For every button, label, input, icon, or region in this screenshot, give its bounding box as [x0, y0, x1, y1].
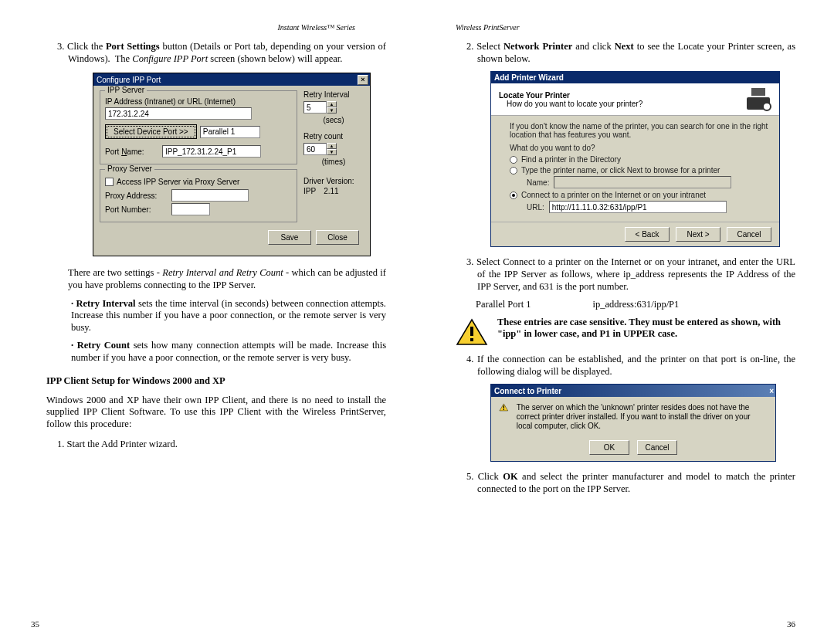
svg-rect-5	[503, 409, 504, 410]
configure-ipp-port-dialog: Configure IPP Port × IPP Server IP Addre…	[93, 73, 371, 256]
proxy-port-label: Port Number:	[105, 205, 171, 214]
dlg1-title: Configure IPP Port	[97, 76, 161, 84]
proxy-server-group: Proxy Server Access IPP Server via Proxy…	[100, 169, 297, 222]
times-label: (times)	[303, 158, 364, 166]
close-icon[interactable]: ×	[769, 387, 774, 395]
url-label: URL:	[527, 203, 544, 212]
retry-interval-bullet: · Retry Interval sets the time interval …	[71, 298, 386, 334]
step-3-right: 3. Select Connect to a printer on the In…	[456, 256, 795, 293]
retry-count-input[interactable]	[303, 143, 327, 155]
add-printer-wizard-dialog: Add Printer Wizard Locate Your Printer H…	[490, 71, 780, 247]
page-left: Instant Wireless™ Series 3. Click the Po…	[0, 0, 417, 644]
spinner-up-icon[interactable]: ▲	[327, 143, 337, 149]
svg-rect-2	[470, 338, 473, 341]
step-3-left: 3. Click the Port Settings button (Detai…	[46, 41, 386, 65]
wizard-hint: If you don't know the name of the printe…	[510, 122, 770, 139]
dlg3-title: Connect to Printer	[494, 387, 561, 395]
wizard-question: What do you want to do?	[510, 144, 770, 152]
retry-interval-label: Retry Interval	[303, 90, 364, 99]
close-button[interactable]: Close	[316, 230, 359, 245]
win2000xp-paragraph: Windows 2000 and XP have their own IPP C…	[46, 395, 386, 431]
page-number-left: 35	[31, 619, 39, 629]
proxy-address-label: Proxy Address:	[105, 192, 171, 200]
header-left: Instant Wireless™ Series	[46, 23, 386, 32]
warning-icon	[456, 318, 488, 346]
locate-printer-sub: How do you want to locate your printer?	[499, 100, 642, 108]
ok-button[interactable]: OK	[589, 440, 629, 455]
warning-row: These entries are case sensitive. They m…	[456, 317, 795, 346]
printer-icon	[745, 88, 771, 111]
close-icon[interactable]: ×	[358, 75, 368, 85]
retry-settings-intro: There are two settings - Retry Interval …	[68, 267, 386, 291]
ipp-label: IPP	[303, 187, 316, 195]
proxy-checkbox[interactable]	[105, 178, 114, 186]
proxy-legend: Proxy Server	[105, 164, 154, 173]
proxy-address-input[interactable]	[171, 189, 249, 202]
opt3-label: Connect to a printer on the Internet or …	[521, 191, 706, 199]
page-right: Wireless PrintServer 2. Select Network P…	[417, 0, 834, 644]
name-label: Name:	[527, 178, 549, 187]
proxy-checkbox-label: Access IPP Server via Proxy Server	[117, 178, 239, 186]
ipp-server-legend: IPP Server	[105, 86, 147, 94]
ipp-client-setup-heading: IPP Client Setup for Windows 2000 and XP	[46, 375, 386, 387]
step-4-right: 4. If the connection can be established,…	[456, 354, 795, 378]
radio-connect-internet[interactable]	[510, 192, 517, 199]
port-name-input[interactable]	[162, 145, 261, 158]
spinner-down-icon[interactable]: ▼	[327, 107, 337, 114]
ip-input[interactable]	[105, 107, 252, 120]
dlg3-message: The server on which the 'unknown' printe…	[517, 403, 768, 431]
spinner-up-icon[interactable]: ▲	[327, 101, 337, 107]
secs-label: (secs)	[303, 116, 364, 124]
dlg2-titlebar: Add Printer Wizard	[491, 72, 779, 83]
svg-rect-1	[470, 327, 473, 336]
driver-version-label: Driver Version:	[303, 177, 364, 185]
ipp-version: 2.11	[324, 187, 338, 195]
opt2-label: Type the printer name, or click Next to …	[521, 166, 720, 175]
connect-to-printer-dialog: Connect to Printer × The server on which…	[490, 384, 776, 462]
warning-text: These entries are case sensitive. They m…	[497, 317, 795, 346]
opt1-label: Find a printer in the Directory	[521, 155, 621, 164]
parallel-port-label: Parallel Port 1	[476, 299, 531, 310]
printer-name-input[interactable]	[554, 176, 731, 188]
dlg1-titlebar: Configure IPP Port ×	[93, 73, 370, 86]
locate-printer-heading: Locate Your Printer	[499, 91, 642, 100]
radio-find-directory[interactable]	[510, 156, 517, 164]
printer-url-input[interactable]	[549, 201, 727, 213]
next-button[interactable]: Next >	[676, 227, 720, 242]
parallel-port-url: ip_address:631/ipp/P1	[593, 299, 680, 310]
retry-interval-input[interactable]	[303, 101, 327, 114]
step-5-right: 5. Click OK and select the printer manuf…	[456, 471, 795, 495]
warning-icon	[499, 403, 509, 422]
header-right: Wireless PrintServer	[456, 23, 795, 32]
spinner-down-icon[interactable]: ▼	[327, 149, 337, 155]
cancel-button[interactable]: Cancel	[637, 440, 677, 455]
svg-rect-4	[503, 406, 504, 409]
device-port-display	[200, 126, 260, 138]
cancel-button[interactable]: Cancel	[727, 227, 771, 242]
proxy-port-input[interactable]	[171, 203, 210, 215]
save-button[interactable]: Save	[268, 230, 311, 245]
back-button[interactable]: < Back	[625, 227, 670, 242]
page-number-right: 36	[787, 619, 795, 629]
port-name-label: Port Name:	[105, 147, 162, 156]
retry-count-bullet: · Retry Count sets how many connection a…	[71, 340, 386, 364]
step-2-right: 2. Select Network Printer and click Next…	[456, 41, 795, 65]
step-1b: 1. Start the Add Printer wizard.	[46, 439, 386, 451]
retry-count-label: Retry count	[303, 132, 364, 141]
select-device-port-button[interactable]: Select Device Port >>	[105, 124, 197, 139]
ipp-server-group: IPP Server IP Address (Intranet) or URL …	[100, 90, 297, 164]
radio-type-name[interactable]	[510, 167, 517, 175]
ip-label: IP Address (Intranet) or URL (Internet)	[105, 97, 292, 106]
